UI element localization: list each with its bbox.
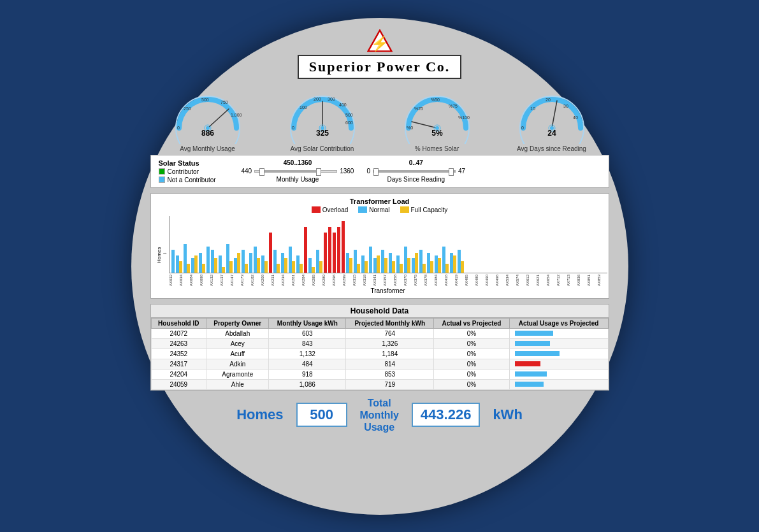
cell-id: 24317 bbox=[151, 359, 206, 369]
table-section: Household Data Household ID Property Own… bbox=[150, 304, 609, 391]
cell-bar bbox=[509, 369, 608, 379]
legend-normal: Normal bbox=[358, 206, 389, 213]
monthly-slider-track[interactable] bbox=[254, 170, 337, 173]
days-slider-thumb-left[interactable] bbox=[373, 168, 379, 176]
header: ⚡ Superior Power Co. bbox=[150, 29, 609, 79]
monthly-slider-range[interactable]: 440 1360 bbox=[242, 168, 354, 175]
x-label: AX296 bbox=[332, 275, 342, 286]
bar-group bbox=[369, 247, 372, 273]
bar-group bbox=[176, 255, 182, 273]
table-row: 24317 Adkin 484 814 0% bbox=[151, 359, 608, 369]
monthly-max: 1360 bbox=[340, 168, 354, 175]
legend-normal-color bbox=[358, 206, 367, 213]
x-label: AX034 bbox=[179, 275, 189, 286]
cell-monthly: 1,086 bbox=[269, 379, 346, 389]
bar-group bbox=[254, 247, 260, 273]
cell-id: 24204 bbox=[151, 369, 206, 379]
bar-full bbox=[357, 264, 360, 273]
x-label: AX713 bbox=[567, 275, 577, 286]
legend-full: Full Capacity bbox=[400, 206, 448, 213]
monthly-slider-thumb-left[interactable] bbox=[259, 168, 264, 176]
bar-full bbox=[229, 261, 233, 273]
x-label: AX416 bbox=[444, 275, 454, 286]
bar-group bbox=[396, 255, 403, 273]
table-title: Household Data bbox=[151, 305, 609, 318]
svg-text:⚡: ⚡ bbox=[371, 35, 389, 52]
bar-full bbox=[237, 253, 240, 273]
legend-normal-label: Normal bbox=[369, 206, 389, 213]
col-actual-pct: Actual vs Projected bbox=[434, 318, 509, 328]
cell-bar bbox=[509, 359, 608, 369]
table-body: 24072 Abdallah 603 764 0% 24263 Acey 843… bbox=[151, 328, 608, 389]
bar-full bbox=[415, 253, 418, 273]
bar-group bbox=[412, 253, 418, 273]
bar-group bbox=[450, 253, 456, 273]
legend-overload: Overload bbox=[312, 206, 349, 213]
days-slider-group: 0..47 0 47 Days Since Reading bbox=[366, 159, 465, 183]
bar-full bbox=[365, 261, 368, 273]
bar-group bbox=[171, 250, 175, 273]
x-label: AX654 bbox=[546, 275, 556, 286]
footer-total-label: TotalMonthlyUsage bbox=[360, 397, 399, 434]
bar-group bbox=[435, 255, 441, 273]
bar-full bbox=[384, 258, 387, 273]
svg-text:%25: %25 bbox=[414, 106, 423, 111]
x-label: AX489 bbox=[475, 275, 485, 286]
svg-text:500: 500 bbox=[345, 113, 353, 117]
bar-full bbox=[423, 264, 426, 273]
cell-monthly: 918 bbox=[269, 369, 346, 379]
cell-pct: 0% bbox=[434, 369, 509, 379]
solar-status-title: Solar Status bbox=[159, 159, 229, 167]
x-label: AX231 bbox=[271, 275, 281, 286]
bar-group bbox=[308, 258, 315, 273]
svg-text:5%: 5% bbox=[431, 129, 443, 138]
bar-full bbox=[445, 264, 449, 273]
bar-overload bbox=[337, 227, 340, 273]
bar-group bbox=[304, 227, 307, 273]
days-slider-track[interactable] bbox=[373, 170, 456, 173]
bar-group bbox=[333, 233, 336, 273]
bar-full bbox=[407, 258, 410, 273]
bar-full bbox=[438, 258, 441, 273]
monthly-range-label: 450..1360 bbox=[284, 159, 312, 166]
days-max: 47 bbox=[458, 168, 465, 175]
gauge-monthly-label: Avg Monthly Usage bbox=[180, 145, 235, 152]
bar-group bbox=[226, 244, 233, 273]
filter-section: Solar Status Contributor Not a Contribut… bbox=[150, 155, 609, 188]
bar-full bbox=[319, 261, 322, 273]
x-label: AX419 bbox=[454, 275, 465, 286]
svg-text:40: 40 bbox=[573, 115, 578, 120]
bar-overload bbox=[324, 233, 327, 273]
x-label: AX574 bbox=[516, 275, 526, 286]
bar-group bbox=[404, 247, 410, 273]
cell-projected: 1,184 bbox=[346, 349, 434, 359]
bar-full bbox=[400, 264, 403, 273]
bar-group bbox=[242, 250, 248, 273]
bar-group bbox=[342, 221, 345, 273]
chart-x-title: Transformer bbox=[169, 287, 607, 294]
svg-text:0: 0 bbox=[177, 126, 180, 130]
table-row: 24059 Ahle 1,086 719 0% bbox=[151, 379, 608, 389]
x-label: AX285 bbox=[312, 275, 322, 286]
cell-owner: Abdallah bbox=[206, 328, 269, 338]
usage-bar bbox=[515, 361, 540, 366]
days-min: 0 bbox=[366, 168, 370, 175]
col-bar: Actual Usage vs Projected bbox=[509, 318, 608, 328]
days-slider-thumb-right[interactable] bbox=[449, 168, 454, 176]
svg-text:200: 200 bbox=[314, 97, 321, 101]
x-label: AX261 bbox=[291, 275, 301, 286]
cell-projected: 853 bbox=[346, 369, 434, 379]
cell-owner: Acey bbox=[206, 338, 269, 349]
gauge-solar-svg: 0 100 200 300 400 500 600 325 bbox=[284, 87, 361, 144]
monthly-slider-thumb-right[interactable] bbox=[316, 168, 321, 176]
bar-full bbox=[187, 264, 190, 273]
svg-text:886: 886 bbox=[201, 129, 213, 138]
bar-overload bbox=[304, 227, 307, 273]
svg-text:100: 100 bbox=[300, 105, 307, 110]
days-slider-range[interactable]: 0 47 bbox=[366, 168, 465, 175]
bar-overload bbox=[342, 221, 345, 273]
svg-text:10: 10 bbox=[530, 106, 535, 111]
cell-projected: 814 bbox=[346, 359, 434, 369]
cell-id: 24263 bbox=[151, 338, 206, 349]
legend-overload-label: Overload bbox=[322, 206, 349, 213]
